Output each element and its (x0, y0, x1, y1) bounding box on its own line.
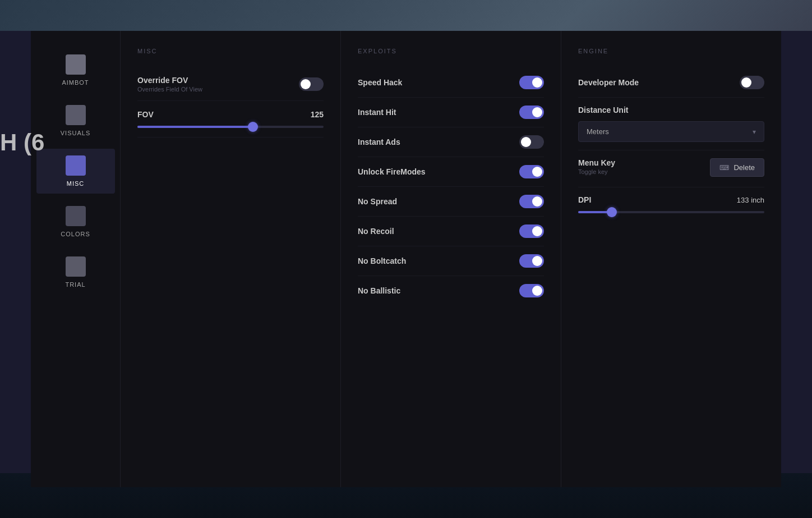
unlock-firemodes-toggle[interactable] (519, 165, 544, 178)
override-fov-toggle-knob (301, 79, 311, 89)
aimbot-icon (66, 54, 86, 75)
override-fov-label: Override FOV (137, 76, 202, 85)
menu-key-sublabel: Toggle key (578, 168, 615, 175)
fov-slider-fill (137, 126, 253, 128)
distance-unit-label: Distance Unit (578, 106, 764, 114)
key-label: Delete (733, 163, 755, 172)
speed-hack-toggle[interactable] (519, 76, 544, 89)
fov-slider-label: FOV (137, 110, 154, 119)
no-spread-label: No Spread (358, 197, 397, 206)
sidebar-item-aimbot[interactable]: AIMBOT (36, 48, 115, 93)
override-fov-label-group: Override FOV Overrides Field Of View (137, 76, 202, 93)
distance-unit-dropdown[interactable]: Meters ▾ (578, 121, 764, 142)
misc-panel: MISC Override FOV Overrides Field Of Vie… (121, 31, 341, 487)
developer-mode-row: Developer Mode (578, 68, 764, 98)
instant-hit-row: Instant Hit (358, 98, 544, 127)
no-recoil-row: No Recoil (358, 217, 544, 246)
background-top (0, 0, 812, 31)
dpi-label: DPI (578, 195, 591, 204)
fov-slider-header: FOV 125 (137, 110, 324, 119)
misc-icon (66, 155, 86, 176)
engine-panel-title: ENGINE (578, 48, 764, 54)
misc-panel-title: MISC (137, 48, 324, 54)
sidebar-label-visuals: VISUALS (61, 130, 90, 136)
no-spread-row: No Spread (358, 187, 544, 217)
sidebar-label-misc: MISC (67, 180, 85, 187)
colors-icon (66, 206, 86, 226)
dpi-header: DPI 133 inch (578, 195, 764, 204)
sidebar-item-visuals[interactable]: VISUALS (36, 98, 115, 143)
keyboard-icon: ⌨ (719, 164, 729, 172)
sidebar-item-misc[interactable]: MISC (36, 149, 115, 194)
no-spread-toggle[interactable] (519, 195, 544, 208)
instant-ads-toggle[interactable] (519, 135, 544, 149)
no-ballistic-label: No Ballistic (358, 286, 400, 295)
dpi-section: DPI 133 inch (578, 187, 764, 221)
no-boltcatch-row: No Boltcatch (358, 246, 544, 276)
main-container: AIMBOT VISUALS MISC COLORS TRIAL MISC Ov… (31, 31, 781, 487)
no-ballistic-row: No Ballistic (358, 276, 544, 305)
developer-mode-label: Developer Mode (578, 78, 639, 87)
trial-icon (66, 256, 86, 277)
sidebar-label-aimbot: AIMBOT (62, 79, 89, 86)
instant-hit-knob (532, 107, 542, 117)
no-boltcatch-label: No Boltcatch (358, 256, 406, 265)
exploits-panel: EXPLOITS Speed Hack Instant Hit Instant … (341, 31, 561, 487)
speed-hack-row: Speed Hack (358, 68, 544, 98)
instant-hit-toggle[interactable] (519, 106, 544, 119)
instant-ads-knob (521, 137, 531, 147)
dpi-value: 133 inch (737, 196, 764, 204)
engine-panel: ENGINE Developer Mode Distance Unit Mete… (561, 31, 781, 487)
sidebar-label-colors: COLORS (61, 231, 90, 237)
sidebar-label-trial: TRIAL (65, 281, 85, 288)
no-recoil-toggle[interactable] (519, 224, 544, 238)
instant-ads-label: Instant Ads (358, 137, 400, 146)
unlock-firemodes-knob (532, 167, 542, 177)
override-fov-sublabel: Overrides Field Of View (137, 86, 202, 93)
speed-hack-label: Speed Hack (358, 78, 402, 87)
no-boltcatch-toggle[interactable] (519, 254, 544, 268)
dpi-slider-thumb[interactable] (607, 207, 617, 217)
sidebar-item-colors[interactable]: COLORS (36, 199, 115, 244)
no-ballistic-knob (532, 286, 542, 296)
speed-hack-knob (532, 77, 542, 88)
no-recoil-knob (532, 226, 542, 236)
no-recoil-label: No Recoil (358, 227, 394, 236)
dpi-slider-track[interactable] (578, 211, 764, 213)
fov-slider-section: FOV 125 (137, 101, 324, 137)
developer-mode-knob (741, 77, 751, 88)
menu-key-label: Menu Key (578, 158, 615, 167)
menu-key-button[interactable]: ⌨ Delete (710, 158, 764, 177)
dropdown-value: Meters (587, 127, 609, 136)
dropdown-arrow-icon: ▾ (753, 128, 756, 136)
developer-mode-toggle[interactable] (740, 76, 764, 89)
menu-key-section: Menu Key Toggle key ⌨ Delete (578, 150, 764, 187)
override-fov-toggle[interactable] (299, 77, 324, 91)
no-boltcatch-knob (532, 256, 542, 266)
unlock-firemodes-label: Unlock FireModes (358, 167, 426, 176)
unlock-firemodes-row: Unlock FireModes (358, 157, 544, 187)
override-fov-row: Override FOV Overrides Field Of View (137, 68, 324, 101)
fov-slider-thumb[interactable] (248, 122, 258, 132)
no-spread-knob (532, 196, 542, 207)
visuals-icon (66, 105, 86, 125)
instant-ads-row: Instant Ads (358, 127, 544, 157)
menu-key-header: Menu Key Toggle key ⌨ Delete (578, 158, 764, 177)
fov-slider-track[interactable] (137, 126, 324, 128)
sidebar: AIMBOT VISUALS MISC COLORS TRIAL (31, 31, 121, 487)
distance-unit-section: Distance Unit Meters ▾ (578, 98, 764, 150)
fov-slider-value: 125 (311, 110, 324, 119)
sidebar-item-trial[interactable]: TRIAL (36, 250, 115, 295)
content-area: MISC Override FOV Overrides Field Of Vie… (121, 31, 781, 487)
no-ballistic-toggle[interactable] (519, 284, 544, 297)
exploits-panel-title: EXPLOITS (358, 48, 544, 54)
menu-key-label-group: Menu Key Toggle key (578, 158, 615, 175)
instant-hit-label: Instant Hit (358, 108, 396, 117)
